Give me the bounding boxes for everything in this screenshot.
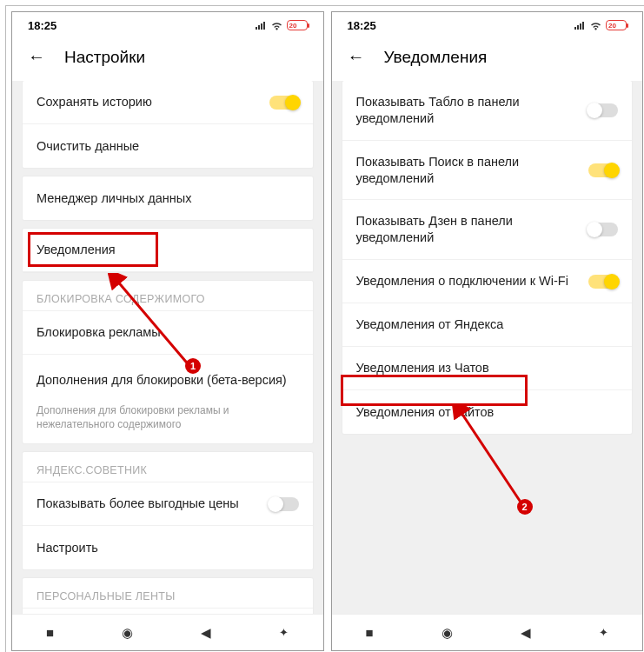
phone-right: 18:25 20 ← Уведомления Показывать Табло … <box>331 11 644 651</box>
nav-recent-icon[interactable]: ■ <box>366 625 374 640</box>
page-title: Уведомления <box>384 48 488 67</box>
settings-content: Сохранять историю Очистить данные Менедж… <box>12 81 323 614</box>
status-bar: 18:25 20 <box>332 12 643 38</box>
page-title: Настройки <box>64 48 145 67</box>
signal-icon <box>574 21 586 30</box>
row-save-history[interactable]: Сохранять историю <box>23 81 313 124</box>
signal-icon <box>255 21 267 30</box>
row-show-prices[interactable]: Показывать более выгодные цены <box>23 482 313 526</box>
toggle-wifi[interactable] <box>588 275 618 289</box>
annotation-badge-2: 2 <box>517 499 533 515</box>
battery-icon: 20 <box>606 20 627 30</box>
wifi-icon <box>270 21 283 30</box>
row-notifications[interactable]: Уведомления <box>23 229 313 272</box>
nav-recent-icon[interactable]: ■ <box>46 625 54 640</box>
tutorial-screenshot-container: 18:25 20 ← Настройки Сохранять историю О… <box>5 5 644 652</box>
toggle-save-history[interactable] <box>269 96 299 110</box>
section-header-advisor: ЯНДЕКС.СОВЕТНИК <box>23 452 313 482</box>
row-show-tablo[interactable]: Показывать Табло в панели уведомлений <box>342 81 633 141</box>
nav-back-icon[interactable]: ◀ <box>521 625 531 641</box>
row-site-notif[interactable]: Уведомления от сайтов <box>342 390 633 434</box>
section-header-feeds: ПЕРСОНАЛЬНЫЕ ЛЕНТЫ <box>23 578 313 609</box>
android-nav-bar: ■ ◉ ◀ ✦ <box>332 614 643 650</box>
row-configure[interactable]: Настроить <box>23 526 313 569</box>
row-clear-data[interactable]: Очистить данные <box>23 124 313 168</box>
status-bar: 18:25 20 <box>12 12 323 38</box>
block-addons-subtext: Дополнения для блокировки рекламы и неже… <box>23 398 313 443</box>
row-ad-block[interactable]: Блокировка рекламы <box>23 311 313 355</box>
nav-home-icon[interactable]: ◉ <box>442 625 453 641</box>
section-header-blocking: БЛОКИРОВКА СОДЕРЖИМОГО <box>23 281 313 311</box>
toggle-search[interactable] <box>588 163 618 177</box>
notifications-content: Показывать Табло в панели уведомлений По… <box>332 81 643 614</box>
row-personal-data-mgr[interactable]: Менеджер личных данных <box>23 176 313 220</box>
nav-back-icon[interactable]: ◀ <box>201 625 211 641</box>
status-icons: 20 <box>574 20 627 30</box>
row-block-addons[interactable]: Дополнения для блокировки (бета-версия) <box>23 355 313 398</box>
back-arrow-icon[interactable]: ← <box>348 47 365 67</box>
status-icons: 20 <box>255 20 308 30</box>
row-yandex-notif[interactable]: Уведомления от Яндекса <box>342 303 633 347</box>
status-time: 18:25 <box>28 19 56 32</box>
header: ← Настройки <box>12 38 323 81</box>
annotation-badge-1: 1 <box>185 358 201 374</box>
battery-icon: 20 <box>287 20 308 30</box>
toggle-tablo[interactable] <box>588 103 618 117</box>
phone-left: 18:25 20 ← Настройки Сохранять историю О… <box>11 11 324 651</box>
row-show-search[interactable]: Показывать Поиск в панели уведомлений <box>342 141 633 201</box>
nav-accessibility-icon[interactable]: ✦ <box>599 626 608 639</box>
android-nav-bar: ■ ◉ ◀ ✦ <box>12 614 323 650</box>
nav-accessibility-icon[interactable]: ✦ <box>279 626 289 639</box>
status-time: 18:25 <box>348 19 376 32</box>
row-chat-notif[interactable]: Уведомления из Чатов <box>342 347 633 390</box>
header: ← Уведомления <box>332 38 643 81</box>
row-show-zen[interactable]: Показывать Дзен в панели уведомлений <box>342 200 633 260</box>
toggle-show-prices[interactable] <box>269 497 299 511</box>
nav-home-icon[interactable]: ◉ <box>122 625 133 641</box>
row-wifi-notif[interactable]: Уведомления о подключении к Wi-Fi <box>342 260 633 303</box>
toggle-zen[interactable] <box>588 223 618 236</box>
wifi-icon <box>589 21 602 30</box>
back-arrow-icon[interactable]: ← <box>28 47 45 67</box>
